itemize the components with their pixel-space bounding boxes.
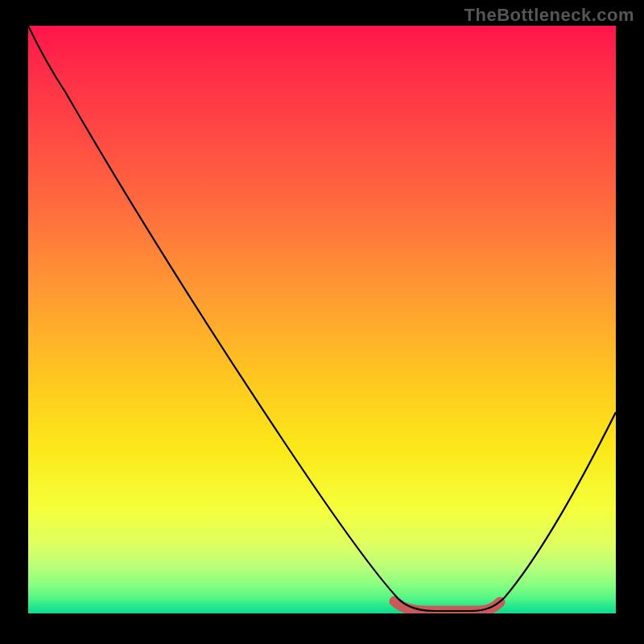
bottleneck-curve-svg: [28, 26, 616, 613]
plot-area: [28, 26, 616, 613]
watermark-text: TheBottleneck.com: [464, 5, 634, 26]
chart-container: TheBottleneck.com: [0, 0, 644, 644]
bottleneck-curve: [28, 26, 616, 611]
